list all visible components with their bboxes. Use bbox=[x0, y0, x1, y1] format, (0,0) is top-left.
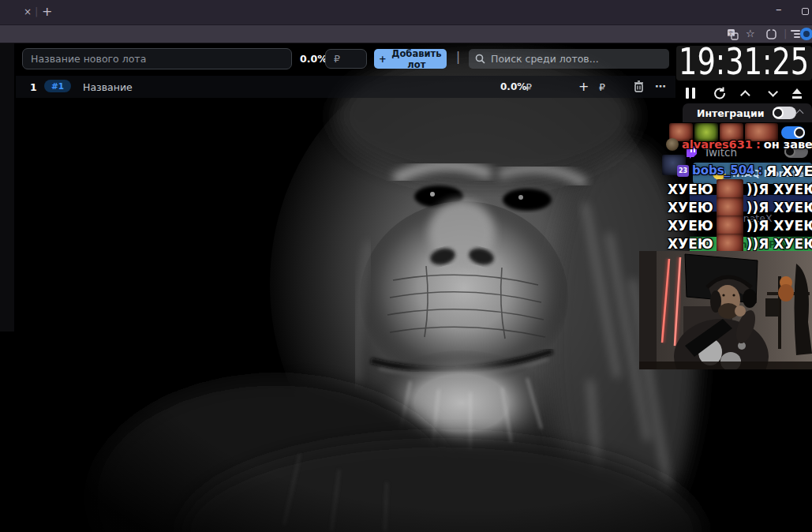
browser-window: × | + – 文 ☆ | bbox=[0, 0, 812, 532]
browser-tab-bar: × | + – bbox=[0, 0, 812, 24]
chat-colon: : bbox=[756, 138, 761, 151]
auction-app: 0.0% + Добавить лот | 1 #1 Название 0.0%… bbox=[0, 43, 812, 532]
lot-id-badge: #1 bbox=[44, 80, 71, 92]
restart-button[interactable] bbox=[713, 86, 727, 100]
chat-username: bobs_504 bbox=[692, 163, 755, 178]
form-separator: | bbox=[456, 50, 460, 64]
lot-add-amount-button[interactable]: + bbox=[578, 79, 589, 94]
lot-delete-button[interactable] bbox=[634, 81, 644, 92]
lot-percent: 0.0% bbox=[500, 81, 526, 92]
new-lot-percent-label: 0.0% bbox=[300, 53, 327, 65]
timer-value: 19:31:25 bbox=[679, 43, 809, 82]
tab-close-button[interactable]: × bbox=[24, 6, 32, 17]
new-lot-amount-input[interactable] bbox=[325, 49, 367, 69]
chat-username: alvares631 bbox=[682, 138, 753, 151]
browser-toolbar: 文 ☆ | bbox=[0, 24, 812, 43]
lot-row[interactable]: 1 #1 Название 0.0% ₽ + ₽ ⋯ bbox=[16, 76, 675, 98]
lot-more-button[interactable]: ⋯ bbox=[655, 80, 667, 92]
lot-index: 1 bbox=[30, 81, 37, 93]
webcam-scene bbox=[639, 251, 812, 369]
chat-text: он завел этот аук bbox=[764, 138, 812, 151]
chat-text: Я ХУЕЮ bbox=[766, 163, 812, 179]
tab-separator: | bbox=[35, 6, 38, 17]
bookmark-star-icon[interactable]: ☆ bbox=[746, 28, 755, 39]
timer-controls bbox=[676, 84, 812, 103]
chat-text: ХУЕЮ bbox=[668, 236, 713, 252]
chat-text: ХУЕЮ bbox=[668, 182, 713, 197]
window-minimize-button[interactable]: – bbox=[776, 2, 782, 17]
add-lot-button[interactable]: + Добавить лот bbox=[374, 49, 447, 69]
lot-currency-label: ₽ bbox=[526, 81, 532, 93]
collapse-chevron-icon[interactable] bbox=[796, 110, 804, 118]
eject-button[interactable] bbox=[791, 88, 803, 99]
plus-icon: + bbox=[379, 54, 387, 65]
new-tab-button[interactable]: + bbox=[42, 4, 52, 19]
new-lot-name-input[interactable] bbox=[22, 48, 292, 69]
chat-text: ))Я ХУЕЮ bbox=[747, 200, 812, 215]
pause-button[interactable] bbox=[686, 88, 695, 99]
chat-message: alvares631 : он завел этот аук bbox=[666, 138, 812, 151]
webcam-video bbox=[639, 251, 812, 369]
chevron-up-button[interactable] bbox=[740, 90, 750, 100]
lot-name[interactable]: Название bbox=[83, 81, 133, 93]
chat-text: ))Я ХУЕЮ bbox=[747, 236, 812, 252]
extensions-icon[interactable] bbox=[765, 28, 777, 40]
translate-icon[interactable]: 文 bbox=[727, 28, 739, 40]
search-icon bbox=[475, 54, 485, 64]
chevron-down-button[interactable] bbox=[768, 87, 778, 97]
chat-colon: : bbox=[758, 163, 763, 178]
lot-currency-button[interactable]: ₽ bbox=[599, 81, 605, 93]
toolbar-separator: | bbox=[784, 28, 787, 39]
twitch-toggle[interactable] bbox=[781, 126, 805, 139]
chat-text: ХУЕЮ bbox=[668, 218, 713, 234]
integrations-title: Интеграции bbox=[697, 107, 765, 119]
auction-timer: 19:31:25 bbox=[676, 46, 812, 81]
chat-text: ))Я ХУЕЮ bbox=[747, 182, 812, 197]
add-lot-button-label: Добавить лот bbox=[391, 48, 442, 70]
chat-avatar bbox=[666, 138, 679, 151]
chat-badge: 23 bbox=[677, 165, 689, 177]
integrations-toggle[interactable] bbox=[773, 107, 796, 119]
chat-text: ))Я ХУЕЮ bbox=[747, 218, 812, 234]
sidebar-icon[interactable] bbox=[790, 28, 801, 39]
left-edge-panel bbox=[0, 43, 14, 332]
chat-text: ХУЕЮ bbox=[668, 200, 713, 215]
chat-message: 23 bobs_504 : Я ХУЕЮ )) bbox=[677, 160, 812, 181]
window-restore-button[interactable] bbox=[802, 8, 809, 15]
search-lots-input[interactable] bbox=[469, 49, 669, 69]
integrations-header[interactable]: Интеграции bbox=[683, 103, 812, 122]
profile-avatar[interactable] bbox=[800, 28, 812, 40]
